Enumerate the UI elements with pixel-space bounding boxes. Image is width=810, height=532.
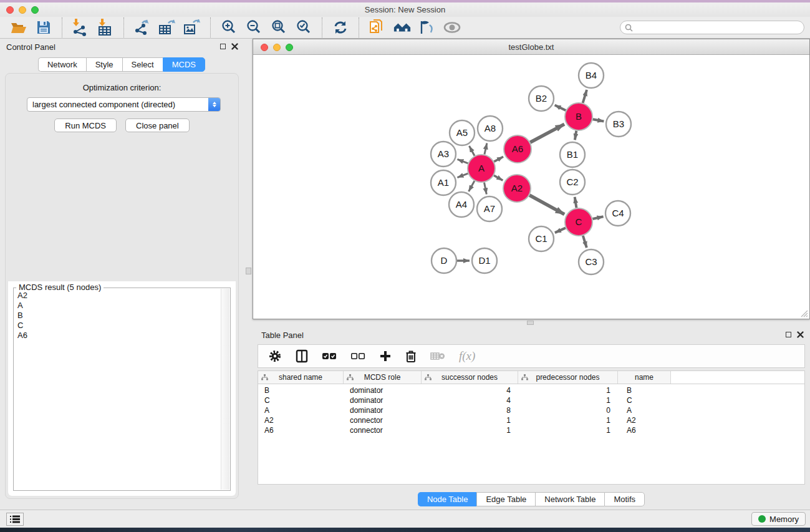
graph-node-C2[interactable]: C2 (560, 170, 585, 195)
graph-edge-B-B1[interactable] (575, 131, 576, 140)
graph-node-A6[interactable]: A6 (504, 135, 531, 163)
tab-select[interactable]: Select (122, 57, 163, 72)
table-cell[interactable]: 0 (518, 406, 618, 415)
table-cell[interactable]: 1 (422, 426, 518, 435)
close-panel-icon[interactable] (231, 43, 238, 50)
tab-node-table[interactable]: Node Table (418, 492, 477, 506)
float-panel-icon[interactable] (220, 44, 226, 49)
table-cell[interactable]: connector (344, 426, 422, 435)
table-row[interactable]: Cdominator41C (258, 395, 804, 405)
tab-edge-table[interactable]: Edge Table (476, 492, 535, 506)
graph-node-A7[interactable]: A7 (477, 196, 502, 221)
network-canvas[interactable]: AA1A2A3A4A5A6A7A8BB1B2B3B4CC1C2C3C4DD1 (253, 55, 809, 319)
save-session-icon[interactable] (34, 18, 53, 37)
tab-network-table[interactable]: Network Table (535, 492, 604, 506)
table-cell[interactable]: A6 (258, 426, 344, 435)
tab-network[interactable]: Network (38, 57, 86, 72)
network-window-titlebar[interactable]: testGlobe.txt (253, 39, 809, 55)
graph-edge-B-B2[interactable] (555, 105, 566, 110)
table-cell[interactable]: dominator (344, 386, 422, 395)
graph-node-D[interactable]: D (432, 248, 456, 273)
graph-edge-B-B3[interactable] (593, 119, 604, 121)
table-cell[interactable]: C (618, 396, 671, 405)
graph-node-B2[interactable]: B2 (529, 86, 554, 111)
table-cell[interactable]: 1 (518, 426, 618, 435)
graph-edge-A-A2[interactable] (494, 175, 503, 180)
refresh-icon[interactable] (331, 18, 350, 37)
column-header-mcds-role[interactable]: MCDS role (344, 371, 422, 384)
table-cell[interactable]: A (258, 406, 344, 415)
mcds-list-scrollbar[interactable] (221, 289, 229, 490)
search-input[interactable] (633, 23, 804, 32)
zoom-in-icon[interactable] (219, 18, 238, 37)
graph-edge-C-C2[interactable] (575, 197, 577, 208)
delete-column-icon[interactable] (405, 350, 417, 363)
graph-node-A8[interactable]: A8 (478, 116, 503, 141)
graph-node-A4[interactable]: A4 (449, 192, 474, 217)
float-table-panel-icon[interactable] (786, 332, 791, 337)
zoom-fit-icon[interactable] (269, 18, 288, 37)
table-cell[interactable]: B (258, 386, 344, 395)
table-cell[interactable]: A2 (258, 416, 344, 425)
graph-edge-A-A8[interactable] (485, 143, 487, 154)
graph-edge-A-A4[interactable] (469, 181, 475, 191)
search-field[interactable] (620, 21, 804, 34)
column-header-predecessor-nodes[interactable]: predecessor nodes (518, 371, 618, 384)
graph-node-B[interactable]: B (565, 103, 592, 130)
column-header-shared-name[interactable]: shared name (258, 371, 344, 384)
mcds-result-item[interactable]: C (15, 321, 220, 331)
mcds-result-list[interactable]: A2ABCA6 (15, 291, 220, 489)
task-history-button[interactable] (6, 513, 24, 526)
import-table-icon[interactable] (96, 18, 115, 37)
graph-node-C[interactable]: C (565, 208, 592, 236)
resize-grip-icon[interactable] (800, 309, 808, 317)
column-header-name[interactable]: name (618, 371, 671, 384)
table-cell[interactable]: dominator (344, 396, 422, 405)
delete-table-icon[interactable] (430, 351, 445, 361)
graph-node-C4[interactable]: C4 (605, 201, 630, 226)
mcds-result-item[interactable]: A6 (15, 331, 220, 341)
graph-node-D1[interactable]: D1 (472, 248, 497, 273)
graph-edge-A-A6[interactable] (494, 157, 503, 162)
zoom-out-icon[interactable] (244, 18, 263, 37)
tab-style[interactable]: Style (86, 57, 122, 72)
graph-edge-A-A7[interactable] (485, 183, 487, 195)
mcds-result-item[interactable]: B (15, 311, 220, 321)
table-row[interactable]: Bdominator41B (258, 385, 804, 395)
graph-node-A3[interactable]: A3 (431, 142, 456, 167)
table-row[interactable]: A6connector11A6 (258, 425, 804, 435)
tab-motifs[interactable]: Motifs (604, 492, 645, 506)
column-header-successor-nodes[interactable]: successor nodes (422, 371, 518, 384)
add-column-icon[interactable] (379, 350, 392, 362)
graph-edge-C-C4[interactable] (592, 216, 603, 219)
graph-edge-C-C3[interactable] (583, 236, 587, 248)
table-cell[interactable]: 1 (518, 386, 618, 395)
run-mcds-button[interactable]: Run MCDS (54, 118, 117, 132)
gear-icon[interactable] (268, 349, 282, 363)
table-cell[interactable]: C (258, 396, 344, 405)
close-panel-button[interactable]: Close panel (125, 118, 190, 132)
memory-button[interactable]: Memory (751, 512, 806, 526)
mcds-result-item[interactable]: A (15, 301, 220, 311)
new-network-from-selection-icon[interactable] (368, 18, 387, 37)
column-layout-icon[interactable] (296, 349, 308, 363)
zoom-selected-icon[interactable] (294, 18, 313, 37)
graph-node-A1[interactable]: A1 (431, 170, 456, 195)
horizontal-splitter-handle[interactable] (527, 321, 534, 325)
table-cell[interactable]: 4 (422, 396, 518, 405)
graph-node-C3[interactable]: C3 (579, 249, 604, 274)
table-cell[interactable]: A6 (618, 426, 671, 435)
table-cell[interactable]: dominator (344, 406, 422, 415)
table-cell[interactable]: 4 (422, 386, 518, 395)
table-cell[interactable]: 8 (422, 406, 518, 415)
table-cell[interactable]: B (618, 386, 671, 395)
select-all-rows-icon[interactable] (322, 352, 337, 360)
table-cell[interactable]: 1 (518, 396, 618, 405)
graph-node-C1[interactable]: C1 (529, 226, 554, 251)
graph-node-A2[interactable]: A2 (503, 175, 531, 202)
graph-edge-B-B4[interactable] (583, 90, 587, 103)
graph-edge-A-A3[interactable] (457, 159, 468, 163)
export-network-icon[interactable] (133, 18, 152, 37)
open-file-icon[interactable] (9, 18, 28, 37)
table-cell[interactable]: 1 (518, 416, 618, 425)
